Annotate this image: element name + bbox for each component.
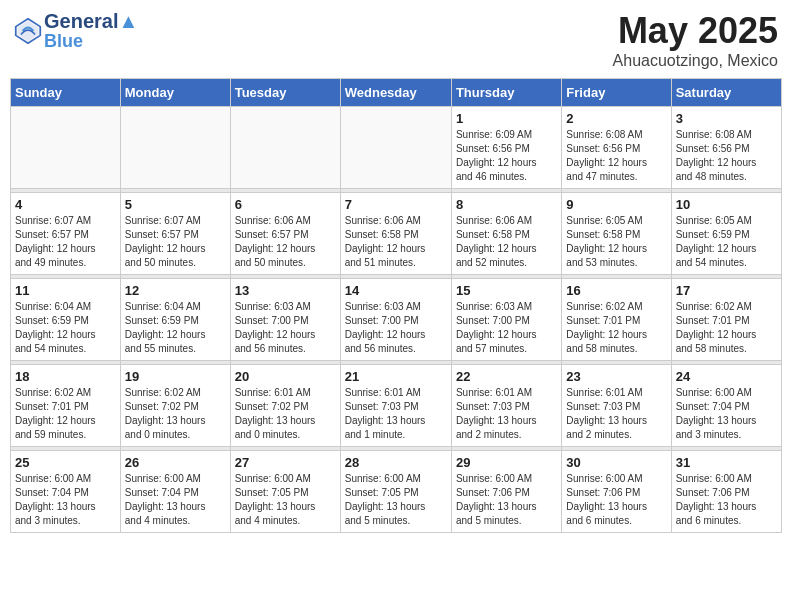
calendar-day-20: 20Sunrise: 6:01 AM Sunset: 7:02 PM Dayli…	[230, 365, 340, 447]
day-number: 1	[456, 111, 557, 126]
weekday-header-wednesday: Wednesday	[340, 79, 451, 107]
calendar-week-row: 18Sunrise: 6:02 AM Sunset: 7:01 PM Dayli…	[11, 365, 782, 447]
calendar-day-10: 10Sunrise: 6:05 AM Sunset: 6:59 PM Dayli…	[671, 193, 781, 275]
calendar-day-14: 14Sunrise: 6:03 AM Sunset: 7:00 PM Dayli…	[340, 279, 451, 361]
calendar-day-28: 28Sunrise: 6:00 AM Sunset: 7:05 PM Dayli…	[340, 451, 451, 533]
day-info: Sunrise: 6:01 AM Sunset: 7:03 PM Dayligh…	[345, 386, 447, 442]
day-number: 6	[235, 197, 336, 212]
day-number: 20	[235, 369, 336, 384]
day-info: Sunrise: 6:02 AM Sunset: 7:01 PM Dayligh…	[676, 300, 777, 356]
calendar-empty	[230, 107, 340, 189]
day-number: 19	[125, 369, 226, 384]
weekday-header-friday: Friday	[562, 79, 671, 107]
day-info: Sunrise: 6:00 AM Sunset: 7:05 PM Dayligh…	[235, 472, 336, 528]
day-number: 28	[345, 455, 447, 470]
calendar-day-4: 4Sunrise: 6:07 AM Sunset: 6:57 PM Daylig…	[11, 193, 121, 275]
day-number: 30	[566, 455, 666, 470]
day-number: 2	[566, 111, 666, 126]
calendar-day-31: 31Sunrise: 6:00 AM Sunset: 7:06 PM Dayli…	[671, 451, 781, 533]
day-info: Sunrise: 6:01 AM Sunset: 7:02 PM Dayligh…	[235, 386, 336, 442]
day-number: 26	[125, 455, 226, 470]
calendar-week-row: 11Sunrise: 6:04 AM Sunset: 6:59 PM Dayli…	[11, 279, 782, 361]
weekday-header-sunday: Sunday	[11, 79, 121, 107]
day-number: 22	[456, 369, 557, 384]
day-number: 8	[456, 197, 557, 212]
day-info: Sunrise: 6:04 AM Sunset: 6:59 PM Dayligh…	[125, 300, 226, 356]
calendar-day-29: 29Sunrise: 6:00 AM Sunset: 7:06 PM Dayli…	[451, 451, 561, 533]
day-number: 21	[345, 369, 447, 384]
day-number: 18	[15, 369, 116, 384]
calendar-day-1: 1Sunrise: 6:09 AM Sunset: 6:56 PM Daylig…	[451, 107, 561, 189]
calendar-day-15: 15Sunrise: 6:03 AM Sunset: 7:00 PM Dayli…	[451, 279, 561, 361]
logo-text: General▲ Blue	[44, 10, 138, 52]
weekday-header-monday: Monday	[120, 79, 230, 107]
day-info: Sunrise: 6:03 AM Sunset: 7:00 PM Dayligh…	[345, 300, 447, 356]
day-number: 27	[235, 455, 336, 470]
calendar-day-5: 5Sunrise: 6:07 AM Sunset: 6:57 PM Daylig…	[120, 193, 230, 275]
calendar-table: SundayMondayTuesdayWednesdayThursdayFrid…	[10, 78, 782, 533]
calendar-empty	[340, 107, 451, 189]
calendar-day-18: 18Sunrise: 6:02 AM Sunset: 7:01 PM Dayli…	[11, 365, 121, 447]
day-info: Sunrise: 6:00 AM Sunset: 7:04 PM Dayligh…	[676, 386, 777, 442]
day-number: 14	[345, 283, 447, 298]
day-number: 29	[456, 455, 557, 470]
calendar-empty	[11, 107, 121, 189]
day-info: Sunrise: 6:01 AM Sunset: 7:03 PM Dayligh…	[456, 386, 557, 442]
day-number: 31	[676, 455, 777, 470]
day-number: 13	[235, 283, 336, 298]
weekday-header-saturday: Saturday	[671, 79, 781, 107]
day-info: Sunrise: 6:02 AM Sunset: 7:01 PM Dayligh…	[566, 300, 666, 356]
day-number: 3	[676, 111, 777, 126]
calendar-day-9: 9Sunrise: 6:05 AM Sunset: 6:58 PM Daylig…	[562, 193, 671, 275]
calendar-day-27: 27Sunrise: 6:00 AM Sunset: 7:05 PM Dayli…	[230, 451, 340, 533]
day-info: Sunrise: 6:04 AM Sunset: 6:59 PM Dayligh…	[15, 300, 116, 356]
day-info: Sunrise: 6:00 AM Sunset: 7:05 PM Dayligh…	[345, 472, 447, 528]
weekday-header-row: SundayMondayTuesdayWednesdayThursdayFrid…	[11, 79, 782, 107]
page-header: General▲ Blue May 2025 Ahuacuotzingo, Me…	[10, 10, 782, 70]
calendar-day-13: 13Sunrise: 6:03 AM Sunset: 7:00 PM Dayli…	[230, 279, 340, 361]
day-number: 23	[566, 369, 666, 384]
calendar-day-24: 24Sunrise: 6:00 AM Sunset: 7:04 PM Dayli…	[671, 365, 781, 447]
calendar-empty	[120, 107, 230, 189]
month-title: May 2025	[613, 10, 778, 52]
title-block: May 2025 Ahuacuotzingo, Mexico	[613, 10, 778, 70]
day-number: 25	[15, 455, 116, 470]
calendar-day-25: 25Sunrise: 6:00 AM Sunset: 7:04 PM Dayli…	[11, 451, 121, 533]
calendar-day-26: 26Sunrise: 6:00 AM Sunset: 7:04 PM Dayli…	[120, 451, 230, 533]
day-info: Sunrise: 6:05 AM Sunset: 6:59 PM Dayligh…	[676, 214, 777, 270]
calendar-day-17: 17Sunrise: 6:02 AM Sunset: 7:01 PM Dayli…	[671, 279, 781, 361]
day-info: Sunrise: 6:00 AM Sunset: 7:04 PM Dayligh…	[125, 472, 226, 528]
day-info: Sunrise: 6:06 AM Sunset: 6:58 PM Dayligh…	[345, 214, 447, 270]
day-info: Sunrise: 6:05 AM Sunset: 6:58 PM Dayligh…	[566, 214, 666, 270]
day-number: 16	[566, 283, 666, 298]
calendar-day-19: 19Sunrise: 6:02 AM Sunset: 7:02 PM Dayli…	[120, 365, 230, 447]
weekday-header-thursday: Thursday	[451, 79, 561, 107]
day-info: Sunrise: 6:01 AM Sunset: 7:03 PM Dayligh…	[566, 386, 666, 442]
calendar-day-2: 2Sunrise: 6:08 AM Sunset: 6:56 PM Daylig…	[562, 107, 671, 189]
calendar-day-11: 11Sunrise: 6:04 AM Sunset: 6:59 PM Dayli…	[11, 279, 121, 361]
logo-icon	[14, 17, 42, 45]
day-info: Sunrise: 6:00 AM Sunset: 7:04 PM Dayligh…	[15, 472, 116, 528]
calendar-day-16: 16Sunrise: 6:02 AM Sunset: 7:01 PM Dayli…	[562, 279, 671, 361]
day-info: Sunrise: 6:02 AM Sunset: 7:02 PM Dayligh…	[125, 386, 226, 442]
calendar-week-row: 25Sunrise: 6:00 AM Sunset: 7:04 PM Dayli…	[11, 451, 782, 533]
calendar-day-12: 12Sunrise: 6:04 AM Sunset: 6:59 PM Dayli…	[120, 279, 230, 361]
day-info: Sunrise: 6:03 AM Sunset: 7:00 PM Dayligh…	[456, 300, 557, 356]
calendar-day-30: 30Sunrise: 6:00 AM Sunset: 7:06 PM Dayli…	[562, 451, 671, 533]
calendar-day-6: 6Sunrise: 6:06 AM Sunset: 6:57 PM Daylig…	[230, 193, 340, 275]
calendar-day-22: 22Sunrise: 6:01 AM Sunset: 7:03 PM Dayli…	[451, 365, 561, 447]
calendar-week-row: 1Sunrise: 6:09 AM Sunset: 6:56 PM Daylig…	[11, 107, 782, 189]
day-info: Sunrise: 6:06 AM Sunset: 6:57 PM Dayligh…	[235, 214, 336, 270]
day-info: Sunrise: 6:08 AM Sunset: 6:56 PM Dayligh…	[566, 128, 666, 184]
day-info: Sunrise: 6:07 AM Sunset: 6:57 PM Dayligh…	[125, 214, 226, 270]
day-info: Sunrise: 6:02 AM Sunset: 7:01 PM Dayligh…	[15, 386, 116, 442]
calendar-day-8: 8Sunrise: 6:06 AM Sunset: 6:58 PM Daylig…	[451, 193, 561, 275]
day-info: Sunrise: 6:06 AM Sunset: 6:58 PM Dayligh…	[456, 214, 557, 270]
day-info: Sunrise: 6:00 AM Sunset: 7:06 PM Dayligh…	[566, 472, 666, 528]
day-info: Sunrise: 6:03 AM Sunset: 7:00 PM Dayligh…	[235, 300, 336, 356]
day-number: 7	[345, 197, 447, 212]
day-number: 11	[15, 283, 116, 298]
day-info: Sunrise: 6:00 AM Sunset: 7:06 PM Dayligh…	[456, 472, 557, 528]
day-number: 24	[676, 369, 777, 384]
day-number: 12	[125, 283, 226, 298]
